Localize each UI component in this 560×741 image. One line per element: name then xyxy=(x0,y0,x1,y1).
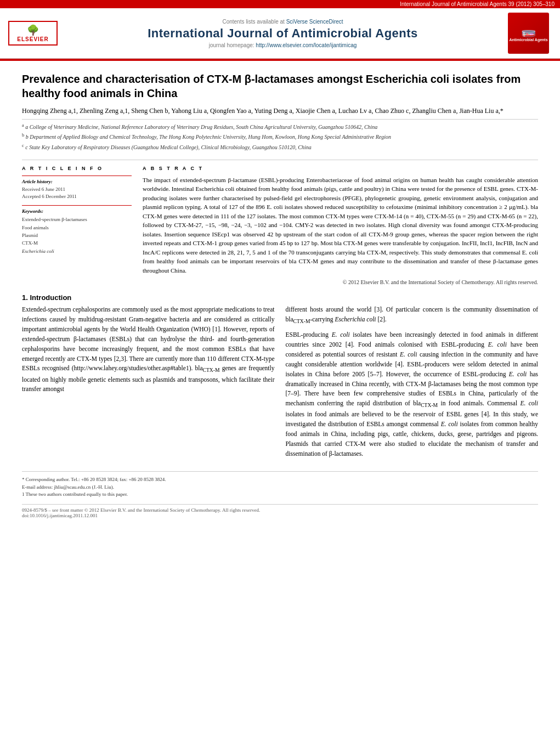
journal-header: 🌳 ELSEVIER Contents lists available at S… xyxy=(0,8,560,59)
copyright-line: © 2012 Elsevier B.V. and the Internation… xyxy=(143,279,538,285)
accepted-date: Accepted 6 December 2011 xyxy=(22,193,132,200)
journal-citation-bar: International Journal of Antimicrobial A… xyxy=(0,0,560,8)
abstract-header: A B S T R A C T xyxy=(143,166,538,171)
journal-homepage-link[interactable]: http://www.elsevier.com/locate/ijantimic… xyxy=(256,42,357,48)
keywords-box: Keywords: Extended-spectrum β-lactamases… xyxy=(22,205,132,255)
authors-line: Hongqing Zheng a,1, Zhenling Zeng a,1, S… xyxy=(22,106,538,116)
introduction-body: Extended-spectrum cephalosporins are com… xyxy=(22,305,538,463)
article-title: Prevalence and characterisation of CTX-M… xyxy=(22,72,538,100)
sciverse-link-text: Contents lists available at SciVerse Sci… xyxy=(69,19,497,25)
footer-doi: doi:10.1016/j.ijantimicag.2011.12.001 xyxy=(22,513,538,518)
elsevier-name: ELSEVIER xyxy=(13,36,53,42)
footnote-2: E-mail address: jhliu@scau.edu.cn (J.-H.… xyxy=(22,484,538,491)
keyword-1: Extended-spectrum β-lactamases xyxy=(22,216,132,223)
article-info-header: A R T I C L E I N F O xyxy=(22,166,132,171)
elsevier-logo: 🌳 ELSEVIER xyxy=(8,21,58,46)
keyword-4: CTX-M xyxy=(22,239,132,247)
elsevier-tree-icon: 🌳 xyxy=(13,24,53,36)
journal-homepage: journal homepage: http://www.elsevier.co… xyxy=(69,42,497,48)
footnote-3: 1 These two authors contributed equally … xyxy=(22,491,538,499)
affiliation-c: c c State Key Laboratory of Respiratory … xyxy=(22,143,538,151)
logo-icon: 🧫 xyxy=(521,24,536,38)
intro-left-para: Extended-spectrum cephalosporins are com… xyxy=(22,305,275,394)
received-date: Received 6 June 2011 xyxy=(22,186,132,193)
history-label: Article history: xyxy=(22,179,132,184)
footnote-1: * Corresponding author. Tel.: +86 20 852… xyxy=(22,476,538,484)
introduction-section: 1. Introduction Extended-spectrum cephal… xyxy=(22,293,538,463)
logo-label: Antimicrobial Agents xyxy=(509,38,547,42)
keyword-3: Plasmid xyxy=(22,231,132,239)
footnotes-block: * Corresponding author. Tel.: +86 20 852… xyxy=(22,471,538,499)
intro-right-col: different hosts around the world [3]. Of… xyxy=(286,305,539,463)
info-abstract-section: A R T I C L E I N F O Article history: R… xyxy=(22,160,538,286)
journal-name: International Journal of Antimicrobial A… xyxy=(69,26,497,41)
affiliations-block: a a College of Veterinary Medicine, Nati… xyxy=(22,119,538,151)
sciverse-link[interactable]: SciVerse ScienceDirect xyxy=(286,19,343,25)
journal-logo-box: 🧫 Antimicrobial Agents xyxy=(508,13,552,54)
journal-citation: International Journal of Antimicrobial A… xyxy=(400,1,555,7)
abstract-body: The impact of extended-spectrum β-lactam… xyxy=(143,176,538,275)
abstract-col: A B S T R A C T The impact of extended-s… xyxy=(143,166,538,286)
introduction-title: 1. Introduction xyxy=(22,293,538,302)
article-container: Prevalence and characterisation of CTX-M… xyxy=(0,61,560,529)
journal-title-area: Contents lists available at SciVerse Sci… xyxy=(69,19,497,48)
affiliation-b: b b Department of Applied Biology and Ch… xyxy=(22,132,538,141)
footer-issn: 0924-8579/$ – see front matter © 2012 El… xyxy=(22,507,538,513)
article-info-col: A R T I C L E I N F O Article history: R… xyxy=(22,166,132,286)
intro-left-col: Extended-spectrum cephalosporins are com… xyxy=(22,305,275,463)
footer-bar: 0924-8579/$ – see front matter © 2012 El… xyxy=(22,504,538,518)
elsevier-logo-box: 🌳 ELSEVIER xyxy=(8,21,58,46)
history-box: Article history: Received 6 June 2011 Ac… xyxy=(22,176,132,200)
affiliation-a: a a College of Veterinary Medicine, Nati… xyxy=(22,122,538,131)
keyword-2: Food animals xyxy=(22,224,132,231)
intro-right-para-1: different hosts around the world [3]. Of… xyxy=(286,305,539,326)
journal-logo-image: 🧫 Antimicrobial Agents xyxy=(508,13,549,54)
keyword-5: Escherichia coli xyxy=(22,247,132,255)
intro-right-para-2: ESBL-producing E. coli isolates have bee… xyxy=(286,330,539,459)
keywords-label: Keywords: xyxy=(22,208,132,214)
